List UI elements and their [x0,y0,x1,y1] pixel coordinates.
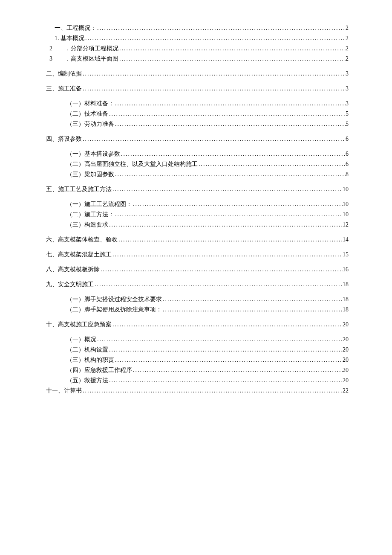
toc-leader-dots: ........................................… [198,160,346,169]
toc-entry-page: 3 [346,69,349,78]
toc-entry-page: 20 [343,355,349,364]
toc-entry: （二）高出屋面独立柱、以及大堂入口处结构施工..................… [46,160,349,169]
toc-leader-dots: ........................................… [162,305,343,314]
toc-entry: （三）梁加固参数................................… [46,170,349,179]
toc-entry: （一）基本搭设参数...............................… [46,149,349,158]
toc-entry-label: ．高支模区域平面图 [65,54,118,63]
toc-entry-page: 18 [343,280,349,289]
toc-entry-label: （四）应急救援工作程序 [66,366,132,375]
toc-entry-page: 10 [343,200,349,209]
toc-leader-dots: ........................................… [162,295,343,304]
toc-entry: （二）施工方法：................................… [46,210,349,219]
toc-entry: 七、高支模架混凝土施工.............................… [46,250,349,259]
toc-entry-label: 四、搭设参数 [46,134,82,143]
toc-entry: （三）机构的职责................................… [46,355,349,364]
toc-entry-page: 6 [346,160,349,169]
toc-entry-number: 2 [49,44,65,53]
toc-leader-dots: ........................................… [132,200,343,209]
toc-entry-page: 2 [346,54,349,63]
toc-entry: （三）劳动力准备................................… [46,119,349,128]
toc-leader-dots: ........................................… [114,170,346,179]
toc-entry-label: 三、施工准备 [46,84,82,93]
toc-entry-page: 10 [343,185,349,194]
toc-entry-label: （三）劳动力准备 [66,119,114,128]
toc-leader-dots: ........................................… [114,355,343,364]
table-of-contents: 一、工程概况：.................................… [46,23,349,395]
toc-leader-dots: ........................................… [120,149,346,158]
toc-entry-page: 15 [343,250,349,259]
toc-leader-dots: ........................................… [114,119,346,128]
toc-entry-page: 20 [343,345,349,354]
toc-entry-page: 12 [343,220,349,229]
toc-entry-label: 五、施工工艺及施工方法 [46,185,112,194]
toc-entry: 十、高支模施工应急预案.............................… [46,320,349,329]
toc-entry-label: 1. 基本概况 [55,34,84,43]
toc-entry: 八、高支模模板拆除...............................… [46,265,349,274]
toc-entry: 3．高支模区域平面图..............................… [46,54,349,63]
toc-entry: （一）材料准备：................................… [46,99,349,108]
toc-entry-label: （一）基本搭设参数 [66,149,120,158]
toc-entry-label: （二）施工方法： [66,210,114,219]
toc-leader-dots: ........................................… [94,280,343,289]
toc-entry-page: 2 [346,23,349,32]
toc-entry: （三）构造要求.................................… [46,220,349,229]
toc-entry-page: 10 [343,210,349,219]
toc-entry-page: 8 [346,170,349,179]
toc-entry-page: 3 [346,84,349,93]
toc-leader-dots: ........................................… [82,84,346,93]
toc-entry: 三、施工准备..................................… [46,84,349,93]
toc-leader-dots: ........................................… [108,109,346,118]
toc-entry-page: 18 [343,295,349,304]
toc-entry: （一）脚手架搭设过程安全技术要求........................… [46,295,349,304]
toc-entry-page: 18 [343,305,349,314]
toc-leader-dots: ........................................… [114,210,343,219]
toc-leader-dots: ........................................… [108,345,343,354]
toc-entry: 九、安全文明施工................................… [46,280,349,289]
toc-entry: （五）救援方法.................................… [46,376,349,385]
toc-entry-page: 16 [343,265,349,274]
toc-entry-page: 5 [346,119,349,128]
toc-entry-page: 20 [343,376,349,385]
toc-entry-label: 六、高支模架体检查、验收 [46,235,118,244]
toc-entry: 十一、计算书..................................… [46,386,349,395]
toc-leader-dots: ........................................… [108,376,343,385]
toc-leader-dots: ........................................… [114,99,346,108]
toc-leader-dots: ........................................… [112,250,343,259]
toc-entry: （四）应急救援工作程序.............................… [46,366,349,375]
toc-leader-dots: ........................................… [108,220,343,229]
toc-entry-label: （二）机构设置 [66,345,108,354]
toc-entry-label: 十、高支模施工应急预案 [46,320,112,329]
toc-entry-page: 20 [343,366,349,375]
toc-leader-dots: ........................................… [118,235,343,244]
toc-entry: （一）施工工艺流程图：.............................… [46,200,349,209]
toc-entry-label: （二）高出屋面独立柱、以及大堂入口处结构施工 [66,160,198,169]
toc-leader-dots: ........................................… [82,134,346,143]
toc-entry: 四、搭设参数..................................… [46,134,349,143]
toc-leader-dots: ........................................… [96,335,343,344]
toc-leader-dots: ........................................… [118,54,346,63]
toc-entry-number: 3 [49,54,65,63]
toc-entry-label: 八、高支模模板拆除 [46,265,100,274]
toc-entry-label: 七、高支模架混凝土施工 [46,250,112,259]
toc-leader-dots: ........................................… [82,69,346,78]
toc-entry: 1. 基本概况.................................… [46,34,349,43]
toc-entry-page: 20 [343,320,349,329]
toc-entry: 六、高支模架体检查、验收............................… [46,235,349,244]
toc-leader-dots: ........................................… [100,265,343,274]
toc-entry-label: 九、安全文明施工 [46,280,94,289]
toc-leader-dots: ........................................… [82,386,343,395]
toc-leader-dots: ........................................… [132,366,343,375]
toc-entry: 五、施工工艺及施工方法.............................… [46,185,349,194]
toc-entry: 2．分部分项工程概况..............................… [46,44,349,53]
toc-entry: （二）机构设置.................................… [46,345,349,354]
toc-leader-dots: ........................................… [96,23,346,32]
toc-entry-label: 二、编制依据 [46,69,82,78]
toc-entry-label: （三）机构的职责 [66,355,114,364]
toc-entry-page: 2 [346,34,349,43]
toc-entry-label: （一）脚手架搭设过程安全技术要求 [66,295,162,304]
toc-entry-label: （一）材料准备： [66,99,114,108]
toc-leader-dots: ........................................… [112,185,343,194]
toc-entry-page: 14 [343,235,349,244]
toc-entry-page: 22 [343,386,349,395]
toc-entry: 一、工程概况：.................................… [46,23,349,32]
